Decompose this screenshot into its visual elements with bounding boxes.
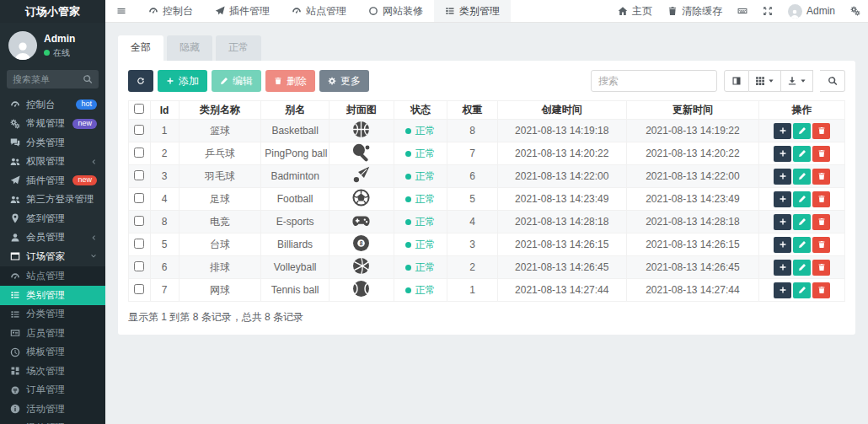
row-edit-button[interactable] [793, 146, 811, 162]
search-button[interactable] [820, 70, 845, 92]
row-edit-button[interactable] [793, 214, 811, 230]
sidebar-subitem[interactable]: 退款管理 [0, 419, 105, 424]
topnav-tab[interactable]: 插件管理 [204, 0, 281, 22]
delete-button[interactable]: 删除 [265, 70, 315, 92]
add-button[interactable]: 添加 [158, 70, 207, 92]
clear-cache-link[interactable]: 清除缓存 [660, 0, 730, 22]
row-name: 排球 [179, 256, 261, 279]
table-search-input[interactable] [591, 70, 717, 92]
home-link[interactable]: 主页 [610, 0, 660, 22]
column-header[interactable]: 类别名称 [179, 101, 261, 120]
row-checkbox[interactable] [134, 170, 144, 180]
sidebar-item[interactable]: 第三方登录管理 [0, 191, 105, 210]
sidebar-subitem[interactable]: 分类管理 [0, 305, 105, 325]
row-add-button[interactable] [774, 169, 791, 185]
row-id: 3 [150, 165, 179, 188]
menu-icon[interactable] [105, 6, 137, 16]
columns-button[interactable] [749, 70, 781, 92]
pingpong-icon [351, 142, 371, 162]
row-checkbox[interactable] [134, 193, 144, 203]
sidebar-subitem[interactable]: 活动管理 [0, 400, 105, 419]
pencil-icon [798, 217, 806, 226]
tennis-icon [351, 279, 371, 298]
column-header[interactable]: 封面图 [330, 101, 394, 120]
export-button[interactable] [781, 70, 813, 92]
row-add-button[interactable] [774, 214, 791, 230]
edit-button[interactable]: 编辑 [212, 70, 261, 92]
filter-tab[interactable]: 全部 [118, 35, 163, 61]
trash-icon [817, 126, 826, 135]
row-id: 6 [150, 256, 179, 279]
row-add-button[interactable] [774, 146, 791, 162]
row-checkbox[interactable] [134, 216, 144, 226]
column-header[interactable]: 别名 [261, 101, 330, 120]
refresh-button[interactable] [128, 70, 153, 92]
row-delete-button[interactable] [812, 282, 830, 298]
row-add-button[interactable] [774, 191, 791, 207]
row-delete-button[interactable] [812, 191, 830, 207]
row-add-button[interactable] [774, 260, 791, 276]
toggle-view-button[interactable] [724, 70, 749, 92]
user-menu[interactable]: Admin [780, 0, 843, 22]
column-header[interactable]: 操作 [759, 101, 845, 120]
row-add-button[interactable] [774, 123, 791, 139]
sidebar-item[interactable]: 分类管理 [0, 133, 105, 153]
filter-tab[interactable]: 正常 [216, 35, 261, 61]
sidebar-subitem[interactable]: 模板管理 [0, 343, 105, 362]
row-checkbox[interactable] [134, 125, 144, 135]
row-checkbox[interactable] [134, 284, 144, 294]
row-delete-button[interactable] [812, 146, 830, 162]
sidebar-subitem[interactable]: 站点管理 [0, 267, 105, 287]
online-dot [44, 50, 50, 56]
fullscreen-button[interactable] [755, 0, 780, 22]
column-header[interactable]: 创建时间 [497, 101, 626, 120]
row-delete-button[interactable] [812, 214, 830, 230]
sidebar-item[interactable]: 订场管家 [0, 247, 105, 266]
sidebar-item[interactable]: 常规管理new [0, 115, 105, 134]
row-delete-button[interactable] [812, 123, 830, 139]
row-edit-button[interactable] [793, 282, 811, 298]
sidebar-subitem[interactable]: 类别管理 [0, 286, 105, 305]
column-header[interactable]: 状态 [394, 101, 447, 120]
row-edit-button[interactable] [793, 169, 811, 185]
row-edit-button[interactable] [793, 191, 811, 207]
filter-tab[interactable]: 隐藏 [167, 35, 212, 61]
more-button[interactable]: 更多 [319, 70, 369, 92]
settings-button[interactable] [843, 0, 868, 22]
row-alias: Billiards [261, 233, 330, 256]
row-add-button[interactable] [774, 237, 791, 253]
row-checkbox[interactable] [134, 261, 144, 271]
row-name: 网球 [179, 279, 261, 302]
column-header[interactable]: 权重 [447, 101, 498, 120]
table-panel: 添加编辑删除更多 Id类别名称别名封面图状态权重创建时间更新时间操作 1篮球Ba… [118, 61, 855, 335]
sidebar-search-input[interactable] [13, 74, 83, 84]
column-header[interactable]: Id [150, 101, 179, 120]
language-button[interactable] [730, 0, 755, 22]
sidebar-item[interactable]: 权限管理 [0, 153, 105, 172]
topnav-tab[interactable]: 网站装修 [357, 0, 434, 22]
topnav-tab[interactable]: 站点管理 [281, 0, 357, 22]
sidebar-subitem[interactable]: 场次管理 [0, 362, 105, 381]
column-header[interactable]: 更新时间 [626, 101, 758, 120]
select-all-checkbox[interactable] [134, 104, 144, 114]
sidebar-subitem[interactable]: 店员管理 [0, 324, 105, 343]
row-delete-button[interactable] [812, 169, 830, 185]
row-edit-button[interactable] [793, 237, 811, 253]
sidebar-item[interactable]: 插件管理new [0, 171, 105, 191]
row-checkbox[interactable] [134, 239, 144, 249]
topnav-tab[interactable]: 类别管理 [434, 0, 511, 22]
sidebar-item[interactable]: 控制台hot [0, 95, 105, 115]
row-checkbox[interactable] [134, 148, 144, 158]
row-updated: 2021-08-13 14:27:44 [626, 279, 758, 302]
row-add-button[interactable] [774, 282, 791, 298]
topnav-tab[interactable]: 控制台 [137, 0, 204, 22]
row-delete-button[interactable] [812, 260, 830, 276]
sidebar-item[interactable]: 会员管理 [0, 228, 105, 248]
row-actions [759, 211, 845, 233]
row-edit-button[interactable] [793, 123, 811, 139]
sidebar-item[interactable]: 签到管理 [0, 209, 105, 228]
sidebar-subitem[interactable]: 订单管理 [0, 381, 105, 400]
row-edit-button[interactable] [793, 260, 811, 276]
football-icon [351, 188, 371, 207]
row-delete-button[interactable] [812, 237, 830, 253]
